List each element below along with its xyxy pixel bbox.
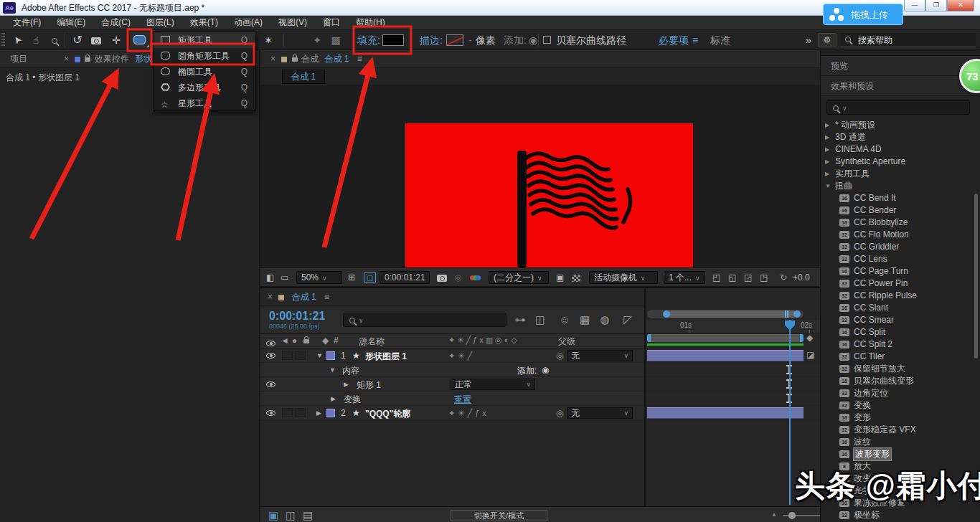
help-search-input[interactable]: 搜索帮助 (841, 33, 976, 47)
effect-item-12[interactable]: 16CC Split 2 (821, 338, 980, 351)
eye-icon[interactable] (266, 410, 275, 416)
effects-scrollbar[interactable] (974, 194, 978, 359)
tool-menu-item-1[interactable]: 圆角矩形工具Q (154, 48, 255, 64)
timeline-row-1[interactable]: ▼内容添加:◉ (260, 363, 644, 377)
source-name-column-label[interactable]: 源名称 (359, 336, 385, 348)
screen-icon[interactable]: ▭ (281, 268, 288, 287)
resolution-select[interactable]: (二分之一)∨ (489, 271, 549, 284)
shape-group-label[interactable]: 矩形 1 (357, 379, 381, 392)
timeline-button-icon[interactable]: ◲ (744, 268, 752, 287)
stroke-color-swatch[interactable] (446, 34, 463, 46)
expander-closed-icon[interactable]: ▶ (344, 381, 349, 388)
lock-icon[interactable] (85, 57, 90, 62)
grid-guides-icon[interactable]: ⊞ (348, 268, 355, 287)
timeline-search-input[interactable]: ∨ (343, 313, 507, 327)
effects-group-2[interactable]: ▶CINEMA 4D (821, 143, 980, 156)
work-area-end-handle[interactable] (800, 334, 804, 342)
menu-item-8[interactable]: 帮助(H) (349, 16, 392, 29)
mask-transparency-icon[interactable]: ▣ (556, 268, 564, 287)
hand-tool-icon[interactable]: ☝ (27, 30, 44, 50)
eye-icon[interactable] (266, 381, 275, 387)
flowchart-button-icon[interactable]: ◳ (760, 268, 768, 287)
add-round-icon[interactable]: ◉ (542, 365, 549, 375)
effect-item-26[interactable]: 32极坐标 (821, 509, 980, 521)
effects-presets-header[interactable]: 效果和预设≡ (821, 76, 980, 96)
viewer-canvas[interactable] (260, 85, 820, 267)
layer-name[interactable]: "QQQ"轮廓 (365, 408, 410, 420)
minimize-button[interactable]: — (904, 0, 925, 11)
tool-menu-item-4[interactable]: ☆星形工具Q (154, 95, 255, 111)
parent-select[interactable]: 无∨ (567, 350, 633, 361)
layer-duration-bar[interactable] (647, 407, 804, 419)
time-ruler[interactable]: 01s 02s (646, 320, 821, 333)
close-icon[interactable]: × (260, 292, 275, 302)
tool-menu-item-3[interactable]: 多边形工具Q (154, 80, 255, 95)
layer-name[interactable]: 形状图层 1 (365, 351, 407, 363)
timeline-row-3[interactable]: ▶变换重置 (260, 392, 644, 406)
channels-icon[interactable] (470, 268, 481, 287)
transparency-grid-icon[interactable] (572, 268, 580, 287)
menu-item-1[interactable]: 编辑(E) (50, 16, 93, 29)
expander-closed-icon[interactable]: ▶ (331, 395, 336, 402)
reset-exposure-icon[interactable]: ↻ (780, 268, 787, 287)
expand-in-out-icon[interactable]: ▤ (299, 507, 316, 522)
eye-icon[interactable] (266, 353, 275, 359)
playhead-line[interactable] (789, 320, 791, 505)
shy-guy-icon[interactable]: ☺ (556, 311, 573, 328)
workspace-menu-icon[interactable]: ≡ (690, 30, 700, 50)
effect-item-11[interactable]: 16CC Split (821, 326, 980, 338)
effect-item-21[interactable]: 16波形变形 (821, 448, 980, 460)
blend-mode-select[interactable]: 正常∨ (451, 379, 535, 390)
add-round-icon[interactable]: ◉ (528, 30, 538, 50)
timeline-row-0[interactable]: ▼1★形状图层 1✦✳╱◎无∨ (260, 348, 644, 363)
effect-item-1[interactable]: 16CC Bender (821, 204, 980, 217)
panel-menu-icon[interactable]: ≡ (319, 292, 329, 302)
effects-group-0[interactable]: ▶* 动画预设 (821, 119, 980, 131)
pixel-aspect-icon[interactable]: ◰ (712, 268, 720, 287)
tab-effect-controls[interactable]: 效果控件 (95, 54, 129, 64)
reset-link[interactable]: 重置 (454, 394, 471, 406)
preview-panel-header[interactable]: 预览 (821, 56, 980, 76)
view-layout-select[interactable]: 1 个...∨ (664, 271, 705, 284)
effect-item-8[interactable]: 32CC Ripple Pulse (821, 290, 980, 302)
effect-item-19[interactable]: 32变形稳定器 VFX (821, 424, 980, 436)
shield-icon[interactable]: ◆ (806, 333, 813, 343)
shape-tool-button[interactable] (130, 32, 150, 48)
effect-item-16[interactable]: 32边角定位 (821, 387, 980, 399)
camera-select[interactable]: 活动摄像机∨ (589, 271, 658, 284)
expander-open-icon[interactable]: ▼ (329, 366, 336, 374)
fill-label[interactable]: 填充: (357, 30, 380, 50)
effect-item-9[interactable]: 16CC Slant (821, 302, 980, 314)
layer-switch-icons[interactable]: ✦✳╱ƒx (448, 409, 489, 418)
effect-item-17[interactable]: 32变换 (821, 399, 980, 412)
fill-color-swatch[interactable] (382, 34, 404, 46)
effect-item-7[interactable]: 32CC Power Pin (821, 277, 980, 290)
bezier-path-checkbox[interactable] (543, 36, 551, 44)
region-of-interest-icon[interactable]: ▢ (364, 272, 376, 283)
hand-cam-icon[interactable]: ◪ (806, 350, 814, 360)
layer-switch-icons[interactable]: ✦✳╱ (448, 351, 475, 361)
panel-menu-icon[interactable]: ≡ (352, 54, 362, 64)
overflow-chevron-icon[interactable]: » (802, 30, 815, 50)
effects-group-3[interactable]: ▶Synthetic Aperture (821, 156, 980, 168)
menu-item-0[interactable]: 文件(F) (6, 16, 48, 29)
layer-color-chip[interactable] (326, 409, 335, 417)
zoom-tool-icon[interactable] (46, 30, 63, 50)
layer-duration-bar[interactable] (647, 350, 804, 361)
menu-item-6[interactable]: 视图(V) (271, 16, 314, 29)
effect-item-18[interactable]: 16变形 (821, 412, 980, 424)
expander-closed-icon[interactable]: ▶ (316, 409, 321, 417)
viewer-comp-subtab[interactable]: 合成 1 (282, 70, 325, 84)
close-icon[interactable]: × (260, 54, 278, 64)
effect-item-2[interactable]: 16CC Blobbylize (821, 217, 980, 229)
workspace-other-tab[interactable]: 标准 (710, 30, 730, 50)
expand-transfer-controls-icon[interactable]: ◫ (282, 507, 299, 522)
drag-upload-button[interactable]: 拖拽上传 (823, 4, 903, 25)
work-area-start-handle[interactable] (647, 334, 651, 342)
effect-item-5[interactable]: 32CC Lens (821, 253, 980, 265)
effects-search-input[interactable]: ∨ (826, 100, 970, 115)
effect-item-15[interactable]: 16贝塞尔曲线变形 (821, 375, 980, 387)
timeline-tab-name[interactable]: 合成 1 (288, 292, 316, 302)
expander-open-icon[interactable]: ▼ (316, 352, 323, 359)
camera-tool-icon[interactable] (88, 30, 105, 50)
